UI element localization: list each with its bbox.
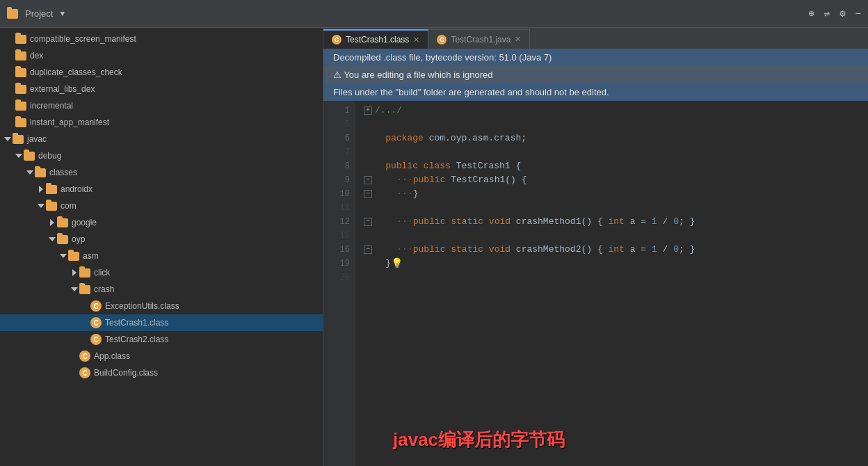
code-editor[interactable]: 15678910111215161920 +/.../ package com.… xyxy=(323,101,868,466)
tree-item-androidx[interactable]: androidx xyxy=(0,181,323,198)
tree-item-label: crash xyxy=(94,284,114,294)
fold-icon[interactable]: + xyxy=(364,106,372,115)
tree-item-dex[interactable]: dex xyxy=(0,47,323,64)
folder-icon xyxy=(15,35,26,44)
code-line-5 xyxy=(364,118,868,131)
tree-item-debug[interactable]: debug xyxy=(0,147,323,164)
tree-item-app.class[interactable]: CApp.class xyxy=(0,348,323,364)
class-file-icon: C xyxy=(90,300,102,312)
class-file-icon: C xyxy=(90,317,102,328)
code-line-12: − ···public static void crashMethod1() {… xyxy=(364,215,868,229)
folder-icon xyxy=(15,118,26,127)
fold-icon[interactable]: − xyxy=(364,218,372,226)
line-num-19: 19 xyxy=(323,257,350,271)
tree-item-label: javac xyxy=(27,134,47,144)
folder-icon xyxy=(46,202,57,211)
top-bar-actions: ⊕ ⇌ ⚙ − xyxy=(808,8,861,19)
code-line-8: public class TestCrash1 { xyxy=(364,159,868,173)
project-sidebar[interactable]: compatible_screen_manifestdexduplicate_c… xyxy=(0,28,323,466)
line-num-6: 6 xyxy=(323,131,350,145)
tree-arrow xyxy=(6,119,13,126)
folder-icon xyxy=(79,285,90,294)
fold-icon[interactable]: − xyxy=(364,190,372,198)
banner-bytecode: Decompiled .class file, bytecode version… xyxy=(323,49,868,66)
code-line-9: − ···public TestCrash1() { xyxy=(364,173,868,187)
tree-item-instant_app_manifest[interactable]: instant_app_manifest xyxy=(0,114,323,131)
tab-close-1[interactable]: ✕ xyxy=(413,35,419,45)
class-file-icon: C xyxy=(79,367,90,378)
top-bar: Project ▼ ⊕ ⇌ ⚙ − xyxy=(0,0,868,28)
main-layout: compatible_screen_manifestdexduplicate_c… xyxy=(0,28,868,466)
tree-arrow xyxy=(38,204,45,208)
banner-bytecode-text: Decompiled .class file, bytecode version… xyxy=(333,52,552,63)
tree-arrow xyxy=(4,137,11,141)
tree-item-buildconfig.class[interactable]: CBuildConfig.class xyxy=(0,364,323,381)
tree-item-label: androidx xyxy=(61,184,93,194)
globe-icon[interactable]: ⊕ xyxy=(808,8,814,19)
tree-item-asm[interactable]: asm xyxy=(0,248,323,264)
tree-item-external_libs_dex[interactable]: external_libs_dex xyxy=(0,81,323,97)
tree-arrow xyxy=(71,287,78,291)
line-num-11: 11 xyxy=(323,201,350,215)
tree-arrow xyxy=(6,102,13,109)
line-num-8: 8 xyxy=(323,159,350,173)
fold-icon[interactable]: − xyxy=(364,246,372,254)
dropdown-icon[interactable]: ▼ xyxy=(60,10,65,18)
project-title: Project xyxy=(25,8,53,19)
folder-icon xyxy=(79,268,90,278)
tree-item-google[interactable]: google xyxy=(0,214,323,231)
code-line-10: − ···} xyxy=(364,187,868,201)
line-num-9: 9 xyxy=(323,173,350,187)
tree-item-com[interactable]: com xyxy=(0,198,323,214)
code-line-16: − ···public static void crashMethod2() {… xyxy=(364,243,868,257)
tree-arrow xyxy=(26,170,33,175)
folder-icon xyxy=(15,51,26,61)
settings-icon[interactable]: ⚙ xyxy=(839,8,845,19)
tab-testcrash1-class[interactable]: C TestCrash1.class ✕ xyxy=(323,29,428,49)
tab-label-1: TestCrash1.class xyxy=(346,35,409,45)
folder-icon xyxy=(15,85,26,94)
fold-icon[interactable]: − xyxy=(364,176,372,184)
line-num-20: 20 xyxy=(323,271,350,284)
code-line-11 xyxy=(364,201,868,215)
tree-arrow xyxy=(15,154,22,158)
tab-testcrash1-java[interactable]: C TestCrash1.java ✕ xyxy=(428,29,530,49)
minimize-icon[interactable]: − xyxy=(855,8,861,19)
folder-icon xyxy=(15,102,26,111)
folder-icon xyxy=(57,218,68,227)
code-line-20 xyxy=(364,271,868,284)
layout-icon[interactable]: ⇌ xyxy=(824,8,830,19)
tree-arrow xyxy=(6,69,13,76)
tree-item-incremental[interactable]: incremental xyxy=(0,97,323,114)
tree-item-label: dex xyxy=(30,51,43,61)
tree-item-label: oyp xyxy=(72,234,85,244)
folder-icon xyxy=(68,252,79,261)
tree-item-compatible_screen_manifest[interactable]: compatible_screen_manifest xyxy=(0,31,323,47)
tree-item-crash[interactable]: crash xyxy=(0,281,323,298)
tree-item-label: com xyxy=(61,201,77,211)
tree-item-label: external_libs_dex xyxy=(30,84,95,94)
tree-item-testcrash2.class[interactable]: CTestCrash2.class xyxy=(0,331,323,348)
tree-item-click[interactable]: click xyxy=(0,264,323,281)
tree-item-exceptionutils.class[interactable]: CExceptionUtils.class xyxy=(0,298,323,314)
tree-arrow xyxy=(6,35,13,42)
tree-arrow xyxy=(50,219,54,226)
line-num-1: 1 xyxy=(323,104,350,118)
folder-icon xyxy=(35,168,46,177)
tab-close-2[interactable]: ✕ xyxy=(515,35,521,44)
tree-arrow xyxy=(60,254,67,258)
tree-item-duplicate_classes_check[interactable]: duplicate_classes_check xyxy=(0,64,323,81)
code-line-1: +/.../ xyxy=(364,104,868,118)
folder-icon xyxy=(57,235,68,244)
tree-item-label: google xyxy=(72,218,97,227)
tree-item-classes[interactable]: classes xyxy=(0,164,323,181)
tree-item-oyp[interactable]: oyp xyxy=(0,231,323,248)
tree-item-label: duplicate_classes_check xyxy=(30,67,122,77)
line-num-16: 16 xyxy=(323,243,350,257)
tree-item-testcrash1.class[interactable]: CTestCrash1.class xyxy=(0,314,323,331)
class-file-icon: C xyxy=(90,334,102,345)
tree-item-javac[interactable]: javac xyxy=(0,131,323,147)
code-line-19: }💡 xyxy=(364,257,868,271)
tree-arrow xyxy=(6,86,13,93)
class-file-icon: C xyxy=(332,35,341,45)
